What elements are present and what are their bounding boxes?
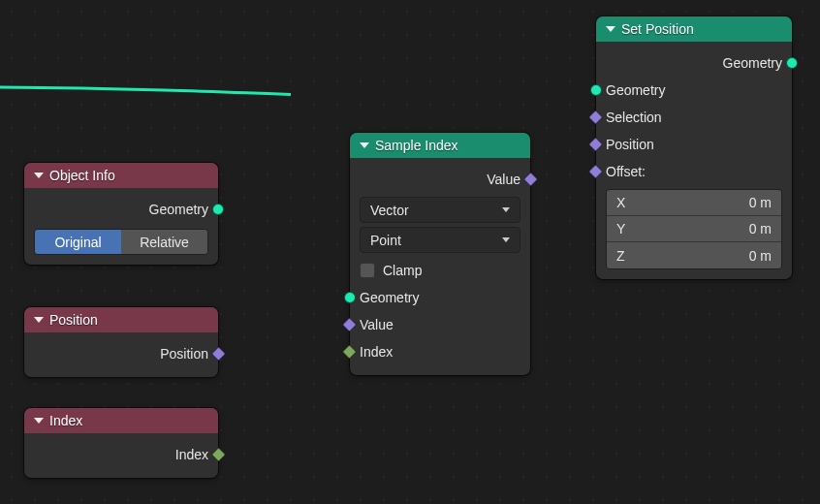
- offset-x[interactable]: X 0 m: [607, 190, 781, 216]
- select-value: Vector: [370, 203, 409, 218]
- socket-label: Selection: [606, 110, 662, 125]
- node-header[interactable]: Sample Index: [350, 133, 530, 158]
- offset-z[interactable]: Z 0 m: [607, 242, 781, 268]
- socket-geometry-in[interactable]: [344, 292, 356, 303]
- offset-vector-input[interactable]: X 0 m Y 0 m Z 0 m: [606, 189, 782, 269]
- chevron-down-icon: [360, 142, 369, 148]
- node-header[interactable]: Index: [24, 408, 218, 433]
- socket-geometry-out[interactable]: [212, 204, 224, 215]
- node-set-position[interactable]: Set Position Geometry Geometry Selection…: [596, 16, 792, 279]
- toggle-original[interactable]: Original: [35, 230, 121, 254]
- node-title: Index: [49, 413, 82, 428]
- node-position[interactable]: Position Position: [24, 307, 218, 377]
- socket-geometry-out[interactable]: [786, 57, 798, 69]
- socket-label: Offset:: [606, 164, 646, 179]
- node-sample-index[interactable]: Sample Index Value Vector Point Clamp Ge…: [350, 133, 530, 375]
- chevron-down-icon: [34, 418, 44, 424]
- chevron-down-icon: [606, 26, 615, 32]
- node-title: Set Position: [621, 21, 694, 37]
- clamp-checkbox[interactable]: [360, 263, 375, 278]
- socket-label: Geometry: [606, 82, 665, 98]
- socket-label: Index: [360, 344, 393, 360]
- data-type-select[interactable]: Vector: [360, 197, 520, 223]
- axis-value: 0 m: [749, 221, 772, 236]
- axis-label: Z: [616, 248, 625, 264]
- node-title: Object Info: [49, 168, 115, 183]
- chevron-down-icon: [34, 317, 44, 323]
- node-header[interactable]: Set Position: [596, 16, 792, 42]
- chevron-down-icon: [502, 207, 510, 212]
- domain-select[interactable]: Point: [360, 227, 520, 253]
- node-header[interactable]: Object Info: [24, 163, 218, 188]
- axis-value: 0 m: [749, 248, 772, 264]
- socket-label: Geometry: [149, 202, 208, 217]
- node-header[interactable]: Position: [24, 307, 218, 332]
- chevron-down-icon: [34, 173, 44, 178]
- socket-label: Geometry: [723, 55, 782, 71]
- chevron-down-icon: [502, 237, 510, 242]
- socket-label: Geometry: [360, 290, 419, 305]
- socket-label: Position: [160, 346, 208, 362]
- socket-label: Index: [175, 447, 208, 462]
- socket-label: Value: [360, 317, 394, 332]
- socket-label: Value: [487, 172, 520, 187]
- axis-label: X: [616, 195, 625, 210]
- offset-y[interactable]: Y 0 m: [607, 216, 781, 242]
- toggle-relative[interactable]: Relative: [121, 230, 207, 254]
- axis-label: Y: [616, 221, 625, 236]
- node-index[interactable]: Index Index: [24, 408, 218, 478]
- select-value: Point: [370, 233, 401, 248]
- transform-space-toggle[interactable]: Original Relative: [34, 229, 208, 255]
- socket-label: Position: [606, 137, 654, 152]
- node-object-info[interactable]: Object Info Geometry Original Relative: [24, 163, 218, 265]
- clamp-label: Clamp: [383, 263, 422, 278]
- node-title: Sample Index: [375, 138, 458, 153]
- axis-value: 0 m: [749, 195, 772, 210]
- node-title: Position: [49, 312, 98, 328]
- socket-geometry-in[interactable]: [590, 84, 602, 96]
